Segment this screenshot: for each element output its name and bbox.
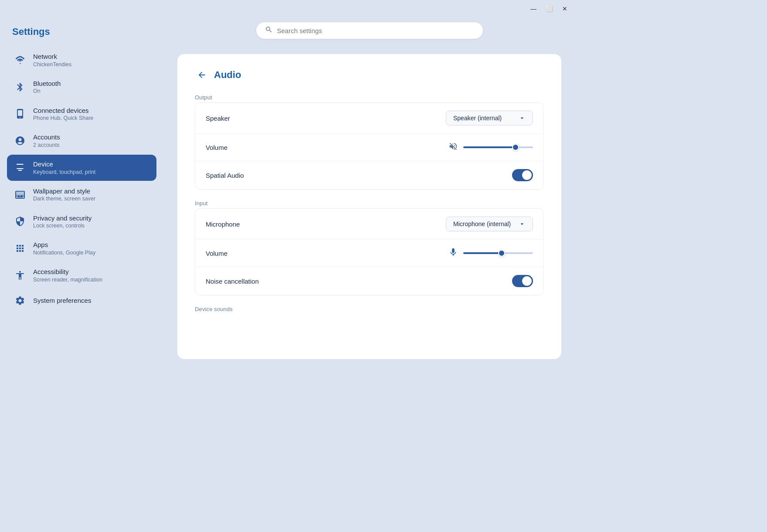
apps-icon (14, 242, 26, 254)
speaker-row: Speaker Speaker (internal) (195, 103, 543, 134)
accounts-subtitle: 2 accounts (33, 142, 60, 149)
mic-icon (448, 247, 458, 259)
input-volume-control (448, 247, 533, 259)
privacy-text: Privacy and security Lock screen, contro… (33, 214, 92, 230)
content-card: Audio Output Speaker Speaker (internal) (177, 54, 561, 359)
connected-devices-text: Connected devices Phone Hub, Quick Share (33, 106, 93, 122)
sidebar-item-connected-devices[interactable]: Connected devices Phone Hub, Quick Share (7, 101, 156, 127)
minimize-button[interactable]: — (526, 3, 540, 15)
output-settings-group: Speaker Speaker (internal) Volume (195, 102, 544, 190)
sidebar-item-network[interactable]: Network ChickenTendies (7, 47, 156, 73)
speaker-label: Speaker (206, 115, 230, 122)
device-subtitle: Keyboard, touchpad, print (33, 169, 95, 176)
accessibility-icon (14, 269, 26, 281)
output-volume-slider[interactable] (463, 146, 533, 148)
wallpaper-icon (14, 189, 26, 201)
input-section-label: Input (195, 200, 544, 207)
app-title: Settings (7, 26, 156, 37)
apps-subtitle: Notifications, Google Play (33, 249, 95, 256)
system-title: System preferences (33, 296, 91, 305)
bluetooth-title: Bluetooth (33, 79, 61, 88)
apps-text: Apps Notifications, Google Play (33, 241, 95, 256)
device-text: Device Keyboard, touchpad, print (33, 160, 95, 176)
input-settings-group: Microphone Microphone (internal) Volume (195, 208, 544, 295)
microphone-row: Microphone Microphone (internal) (195, 209, 543, 240)
network-subtitle: ChickenTendies (33, 61, 71, 68)
search-bar-wrapper (163, 17, 575, 44)
output-volume-row: Volume (195, 134, 543, 161)
privacy-title: Privacy and security (33, 214, 92, 223)
bluetooth-subtitle: On (33, 88, 61, 95)
spatial-audio-label: Spatial Audio (206, 172, 244, 179)
privacy-icon (14, 215, 26, 227)
input-slider-thumb[interactable] (498, 250, 505, 257)
connected-devices-subtitle: Phone Hub, Quick Share (33, 115, 93, 122)
bluetooth-icon (14, 81, 26, 93)
input-volume-slider[interactable] (463, 252, 533, 254)
spatial-audio-toggle[interactable] (512, 169, 533, 181)
input-slider-track (463, 252, 533, 254)
wifi-icon (14, 54, 26, 66)
noise-cancellation-control (512, 275, 533, 287)
system-icon (14, 295, 26, 307)
system-text: System preferences (33, 296, 91, 305)
wallpaper-subtitle: Dark theme, screen saver (33, 195, 95, 202)
sidebar-item-privacy[interactable]: Privacy and security Lock screen, contro… (7, 209, 156, 235)
maximize-button[interactable]: ⬜ (542, 3, 556, 15)
microphone-value: Microphone (internal) (453, 220, 511, 227)
output-volume-label: Volume (206, 144, 227, 151)
sidebar-item-system[interactable]: System preferences (7, 289, 156, 312)
accounts-text: Accounts 2 accounts (33, 133, 60, 149)
device-icon (14, 162, 26, 174)
input-volume-row: Volume (195, 240, 543, 267)
noise-cancellation-toggle[interactable] (512, 275, 533, 287)
accessibility-text: Accessibility Screen reader, magnificati… (33, 268, 102, 283)
sidebar-item-wallpaper[interactable]: Wallpaper and style Dark theme, screen s… (7, 182, 156, 208)
sidebar-item-device[interactable]: Device Keyboard, touchpad, print (7, 155, 156, 181)
apps-title: Apps (33, 241, 95, 249)
accounts-icon (14, 135, 26, 147)
spatial-audio-control (512, 169, 533, 181)
page-title: Audio (214, 69, 241, 81)
mute-icon (448, 142, 458, 153)
network-title: Network (33, 52, 71, 61)
sidebar-item-apps[interactable]: Apps Notifications, Google Play (7, 235, 156, 261)
output-slider-thumb[interactable] (512, 144, 519, 151)
speaker-value: Speaker (internal) (453, 115, 502, 122)
search-bar (256, 22, 483, 39)
sidebar: Settings Network ChickenTendies Bluetoot… (0, 17, 163, 410)
privacy-subtitle: Lock screen, controls (33, 222, 92, 229)
connected-devices-title: Connected devices (33, 106, 93, 115)
noise-cancellation-toggle-knob (522, 276, 532, 286)
accessibility-subtitle: Screen reader, magnification (33, 276, 102, 283)
microphone-dropdown[interactable]: Microphone (internal) (446, 217, 533, 231)
microphone-label: Microphone (206, 220, 240, 228)
spatial-audio-row: Spatial Audio (195, 161, 543, 189)
sidebar-item-accessibility[interactable]: Accessibility Screen reader, magnificati… (7, 262, 156, 288)
sidebar-item-accounts[interactable]: Accounts 2 accounts (7, 128, 156, 154)
close-button[interactable]: ✕ (558, 3, 572, 15)
noise-cancellation-row: Noise cancellation (195, 267, 543, 295)
output-slider-track (463, 146, 533, 148)
wallpaper-text: Wallpaper and style Dark theme, screen s… (33, 187, 95, 203)
device-title: Device (33, 160, 95, 169)
wallpaper-title: Wallpaper and style (33, 187, 95, 196)
output-slider-fill (463, 146, 516, 148)
device-sounds-section-label: Device sounds (195, 306, 544, 312)
devices-icon (14, 108, 26, 120)
microphone-control: Microphone (internal) (446, 217, 533, 231)
title-bar: — ⬜ ✕ (0, 0, 575, 17)
input-slider-fill (463, 252, 502, 254)
output-section-label: Output (195, 94, 544, 101)
output-volume-control (448, 142, 533, 153)
spatial-audio-toggle-knob (522, 170, 532, 180)
back-header: Audio (195, 68, 544, 82)
sidebar-item-bluetooth[interactable]: Bluetooth On (7, 74, 156, 100)
accessibility-title: Accessibility (33, 268, 102, 276)
input-volume-label: Volume (206, 250, 227, 257)
bluetooth-text: Bluetooth On (33, 79, 61, 95)
back-button[interactable] (195, 68, 209, 82)
search-input[interactable] (277, 27, 474, 34)
main-content: Audio Output Speaker Speaker (internal) (163, 44, 575, 410)
speaker-dropdown[interactable]: Speaker (internal) (446, 111, 533, 125)
